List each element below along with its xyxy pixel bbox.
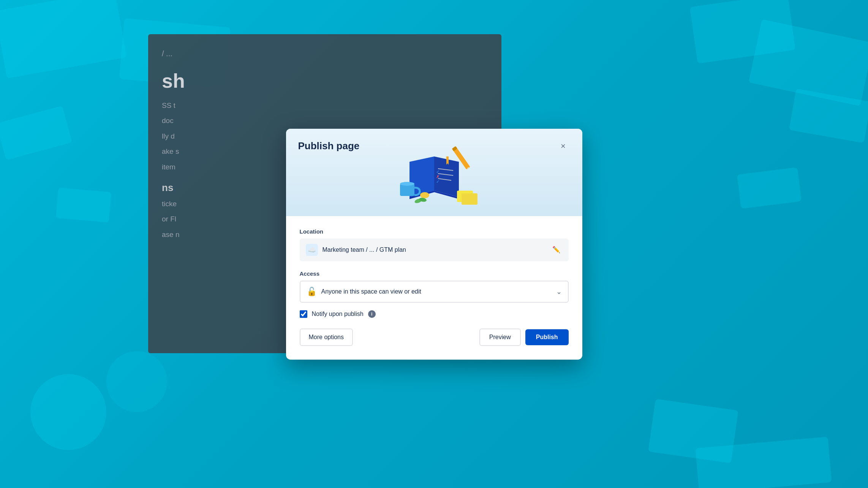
svg-text:✗: ✗ [436, 174, 440, 179]
svg-point-20 [420, 192, 429, 198]
preview-button[interactable]: Preview [479, 328, 521, 346]
edit-location-button[interactable]: ✏️ [550, 244, 563, 256]
notify-label: Notify upon publish [312, 311, 364, 317]
modal-title: Publish page [298, 140, 360, 152]
location-row: ☁️ Marketing team / ... / GTM plan ✏️ [300, 238, 569, 261]
publish-dialog: ✓ ✗ ✓ [286, 129, 582, 360]
more-options-button[interactable]: More options [300, 328, 353, 346]
location-path: Marketing team / ... / GTM plan [323, 246, 546, 253]
close-icon: × [561, 141, 566, 151]
modal-body: Location ☁️ Marketing team / ... / GTM p… [286, 216, 582, 360]
svg-point-19 [400, 182, 414, 186]
cloud-icon: ☁️ [308, 246, 316, 254]
svg-text:✓: ✓ [436, 169, 440, 174]
unlock-icon: 🔓 [307, 287, 317, 297]
modal-footer: More options Preview Publish [300, 328, 569, 346]
info-icon: i [368, 310, 376, 318]
location-section: Location ☁️ Marketing team / ... / GTM p… [300, 228, 569, 261]
publish-button[interactable]: Publish [525, 329, 569, 345]
access-dropdown[interactable]: 🔓 Anyone in this space can view or edit … [300, 281, 569, 303]
access-label: Access [300, 270, 569, 277]
location-label: Location [300, 228, 569, 235]
modal-header: Publish page × [286, 129, 582, 153]
space-icon: ☁️ [306, 244, 318, 256]
notify-checkbox[interactable] [300, 310, 307, 318]
close-button[interactable]: × [557, 139, 570, 153]
svg-rect-24 [462, 193, 477, 205]
svg-text:✓: ✓ [436, 179, 440, 184]
notify-row: Notify upon publish i [300, 310, 569, 318]
access-text: Anyone in this space can view or edit [321, 288, 552, 295]
pencil-icon: ✏️ [552, 246, 560, 254]
chevron-down-icon: ⌄ [556, 287, 562, 296]
footer-right: Preview Publish [479, 328, 569, 346]
access-section: Access 🔓 Anyone in this space can view o… [300, 270, 569, 303]
modal-backdrop: ✓ ✗ ✓ [0, 0, 868, 488]
